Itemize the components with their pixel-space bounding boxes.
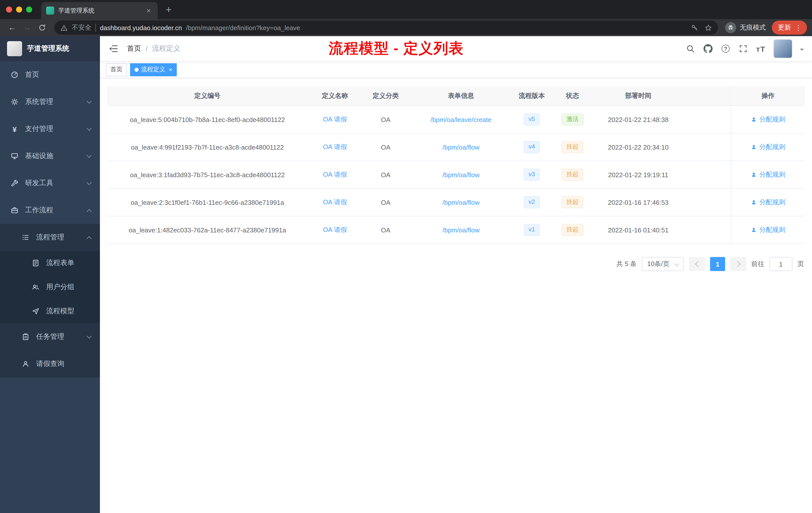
definition-name-link[interactable]: OA 请假 [323,143,347,151]
monitor-icon [10,152,19,161]
assign-rule-link[interactable]: 分配规则 [751,198,785,207]
github-icon[interactable] [703,44,713,54]
sidebar-item-leave-query[interactable]: 请假查询 [0,350,100,378]
tags-view: 首页 流程定义 × [100,61,812,78]
back-button[interactable]: ← [5,21,19,35]
chevron-down-icon [87,153,92,158]
fullscreen-icon[interactable] [738,44,748,54]
user-avatar[interactable] [773,39,792,58]
page-size-select[interactable]: 10条/页 [642,257,684,271]
document-icon [31,259,40,268]
version-badge: v5 [523,114,540,125]
logo-title: 芋道管理系统 [27,44,69,53]
macos-maximize-button[interactable] [26,6,32,12]
sidebar-item-task-management[interactable]: 任务管理 [0,323,100,350]
table-row: oa_leave:2:3c1f0ef1-76b1-11ec-9c66-a2380… [107,189,805,216]
col-process-version: 流程版本 [513,91,551,100]
definition-name-link[interactable]: OA 请假 [323,171,347,178]
url-path: /bpm/manager/definition?key=oa_leave [186,24,687,31]
form-link[interactable]: /bpm/oa/flow [442,199,479,206]
caret-down-icon[interactable] [800,49,804,53]
definition-name-link[interactable]: OA 请假 [323,198,347,206]
omnibox-divider [95,24,96,32]
sidebar-item-dev-tools[interactable]: 研发工具 [0,170,100,197]
sidebar-item-infrastructure[interactable]: 基础设施 [0,143,100,170]
sidebar-menu: 首页 系统管理 ¥ 支付管理 基础设施 [0,61,100,378]
sidebar-logo[interactable]: 芋道管理系统 [0,36,100,61]
macos-traffic-lights [0,6,37,12]
cell-category: OA [362,143,409,151]
assign-rule-link[interactable]: 分配规则 [751,225,785,234]
forward-button[interactable]: → [20,21,34,35]
new-tab-button[interactable]: + [163,4,174,14]
form-link[interactable]: /bpm/oa/flow [442,171,479,178]
definition-name-link[interactable]: OA 请假 [323,226,347,233]
tag-close-icon[interactable]: × [169,66,172,72]
sidebar-item-payment-management[interactable]: ¥ 支付管理 [0,116,100,143]
tag-home[interactable]: 首页 [106,63,127,76]
chevron-down-icon [87,125,92,130]
macos-close-button[interactable] [6,6,12,12]
font-size-icon[interactable]: тT [756,44,766,54]
prev-page-button[interactable] [689,257,705,271]
list-icon [21,233,30,242]
form-link[interactable]: /bpm/oa/flow [442,143,479,151]
bookmark-star-icon[interactable] [704,24,712,31]
next-page-button[interactable] [730,257,746,271]
help-icon[interactable]: ? [721,44,731,54]
assign-rule-link[interactable]: 分配规则 [751,115,785,124]
col-status: 状态 [551,91,594,100]
form-link[interactable]: /bpm/oa/leave/create [431,116,492,123]
cell-definition-id: oa_leave:4:991f2193-7b7f-11ec-a3c8-acde4… [107,143,308,151]
goto-page-input[interactable] [769,257,792,271]
url-host: dashboard.yudao.iocoder.cn [100,24,182,31]
incognito-icon [725,22,736,33]
cell-definition-id: oa_leave:1:482ec033-762a-11ec-8477-a2380… [107,226,308,234]
sidebar-item-workflow[interactable]: 工作流程 [0,197,100,224]
cell-deploy-time: 2022-01-22 19:19:11 [594,171,683,178]
sidebar: 芋道管理系统 首页 系统管理 ¥ 支付管理 [0,36,100,513]
breadcrumb-home[interactable]: 首页 [127,44,141,53]
definition-name-link[interactable]: OA 请假 [323,116,347,123]
form-link[interactable]: /bpm/oa/flow [442,226,479,234]
chevron-down-icon [674,261,679,266]
sidebar-item-process-management[interactable]: 流程管理 [0,224,100,251]
search-icon[interactable] [686,44,696,54]
reload-button[interactable] [35,21,49,35]
address-bar[interactable]: 不安全 dashboard.yudao.iocoder.cn /bpm/mana… [54,21,718,35]
status-badge: 挂起 [561,141,583,153]
security-label: 不安全 [72,23,91,32]
cell-deploy-time: 2022-01-22 20:34:10 [594,143,683,151]
breadcrumb: 首页 / 流程定义 [127,44,180,53]
browser-menu-icon[interactable]: ⋮ [795,24,802,31]
col-definition-name: 定义名称 [308,91,362,100]
tab-close-icon[interactable]: × [145,6,153,15]
sidebar-item-system-management[interactable]: 系统管理 [0,88,100,116]
pagination: 共 5 条 10条/页 1 前往 页 [107,257,805,271]
page-number-button[interactable]: 1 [710,257,725,271]
table-row: oa_leave:1:482ec033-762a-11ec-8477-a2380… [107,216,805,244]
status-badge: 挂起 [561,196,583,208]
col-definition-category: 定义分类 [362,91,409,100]
update-button[interactable]: 更新 ⋮ [772,21,807,35]
hamburger-icon[interactable] [108,43,119,54]
sidebar-item-process-form[interactable]: 流程表单 [0,251,100,275]
breadcrumb-separator: / [146,45,148,53]
incognito-badge: 无痕模式 [725,22,766,33]
update-label: 更新 [778,23,791,32]
screen: 芋道管理系统 × + ← → 不安全 dashboard.yudao.iocod… [0,0,812,513]
sidebar-item-process-model[interactable]: 流程模型 [0,299,100,323]
tag-process-definition[interactable]: 流程定义 × [130,63,177,76]
user-group-icon [31,282,40,292]
sidebar-item-home[interactable]: 首页 [0,61,100,88]
macos-minimize-button[interactable] [16,6,22,12]
password-key-icon[interactable] [691,24,698,31]
assign-rule-link[interactable]: 分配规则 [751,170,785,179]
sidebar-item-user-group[interactable]: 用户分组 [0,275,100,299]
cell-deploy-time: 2022-01-16 17:46:53 [594,199,683,206]
cell-definition-id: oa_leave:2:3c1f0ef1-76b1-11ec-9c66-a2380… [107,199,308,206]
browser-tab[interactable]: 芋道管理系统 × [41,2,158,19]
assign-rule-link[interactable]: 分配规则 [751,143,785,152]
person-icon [751,227,757,233]
page-content: 定义编号 定义名称 定义分类 表单信息 流程版本 状态 部署时间 操作 oa_l… [100,78,812,513]
